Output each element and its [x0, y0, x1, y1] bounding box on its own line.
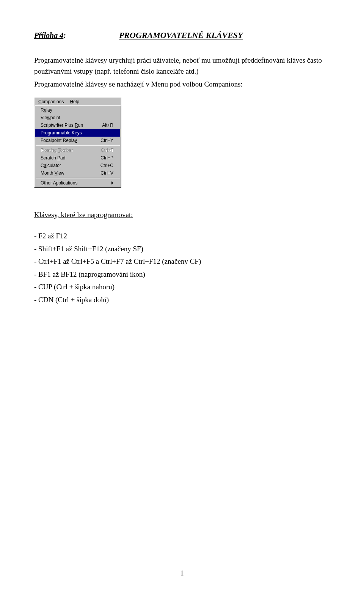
menubar-item-companions[interactable]: Companions — [35, 98, 67, 105]
menubar-help-accelerator: H — [70, 99, 73, 104]
submenu-arrow-icon — [111, 181, 113, 184]
menu-item-programmable-keys[interactable]: Programmable Keys — [35, 129, 120, 137]
key-list-item: - CUP (Ctrl + šipka nahoru) — [34, 281, 330, 292]
menu-item-floating-toolbar: Floating Toolbar Ctrl+T — [35, 147, 120, 154]
key-list-item: - BF1 až BF12 (naprogramování ikon) — [34, 269, 330, 280]
menu-item-scriptwriter-run[interactable]: Scriptwriter Plus Run Alt+R — [35, 121, 120, 129]
key-list-item: - F2 až F12 — [34, 230, 330, 241]
page-title: PROGRAMOVATELNÉ KLÁVESY — [119, 30, 243, 40]
appendix-label: Příloha 4: — [34, 31, 66, 40]
section-heading-programmable-keys: Klávesy, které lze naprogramovat: — [34, 211, 330, 219]
menubar-help-rest: elp — [73, 99, 79, 104]
document-page: Příloha 4: PROGRAMOVATELNÉ KLÁVESY Progr… — [0, 0, 364, 591]
menu-shortcut: Alt+R — [102, 123, 113, 128]
key-list-item: - Shift+F1 až Shift+F12 (značeny SF) — [34, 243, 330, 254]
key-list-item: - Ctrl+F1 až Ctrl+F5 a Ctrl+F7 až Ctrl+F… — [34, 256, 330, 267]
menu-item-other-applications[interactable]: Other Applications — [35, 179, 120, 187]
appendix-label-text: Příloha 4 — [34, 31, 63, 39]
menu-item-focalpoint-replay[interactable]: Focalpoint Replay Ctrl+Y — [35, 137, 120, 144]
menu-shortcut: Ctrl+P — [100, 155, 113, 161]
menu-shortcut: Ctrl+Y — [100, 138, 113, 143]
menu-separator — [36, 178, 120, 178]
menu-shortcut: Ctrl+V — [100, 170, 113, 176]
header-row: Příloha 4: PROGRAMOVATELNÉ KLÁVESY — [34, 30, 330, 40]
menu-item-month-view[interactable]: Month View Ctrl+V — [35, 169, 120, 177]
intro-paragraph-2: Programovatelné klávesy se nacházejí v M… — [34, 79, 330, 90]
menu-shortcut: Ctrl+T — [101, 148, 113, 153]
menu-item-viewpoint[interactable]: Viewpoint — [35, 114, 120, 121]
menu-item-scratch-pad[interactable]: Scratch Pad Ctrl+P — [35, 154, 120, 162]
menubar-companions-accelerator: C — [38, 99, 42, 104]
menu-item-relay[interactable]: Relay — [35, 106, 120, 114]
intro-paragraph-1: Programovatelné klávesy urychlují práci … — [34, 55, 330, 77]
menu-shortcut: Ctrl+C — [100, 163, 113, 168]
page-number: 1 — [0, 569, 364, 577]
menubar-companions-rest: ompanions — [42, 99, 64, 104]
key-list-item: - CDN (Ctrl + šipka dolů) — [34, 294, 330, 305]
menubar: Companions Help — [34, 97, 121, 105]
menu-popup: Relay Viewpoint Scriptwriter Plus Run Al… — [34, 105, 121, 188]
menu-separator — [36, 145, 120, 146]
menubar-item-help[interactable]: Help — [67, 98, 82, 105]
menu-item-calculator[interactable]: Calculator Ctrl+C — [35, 162, 120, 169]
companions-menu-screenshot: Companions Help Relay Viewpoint Scriptwr… — [34, 97, 121, 188]
